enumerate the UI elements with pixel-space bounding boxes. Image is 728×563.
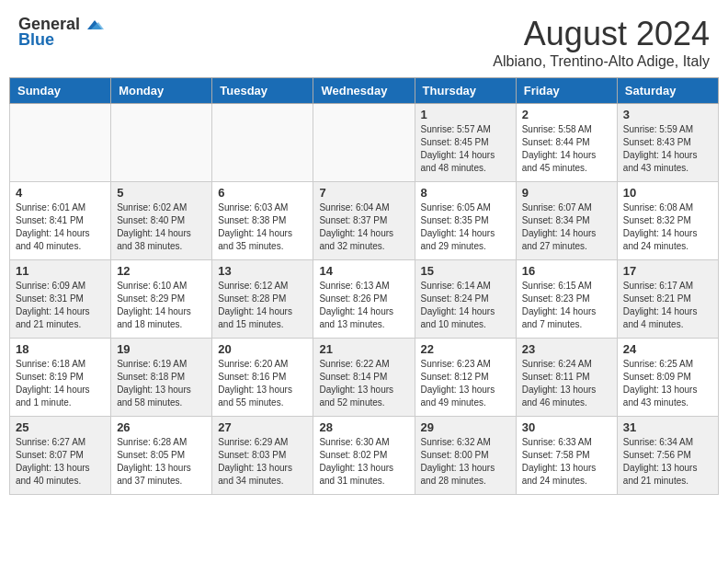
day-number: 25 bbox=[16, 420, 105, 434]
calendar-cell: 19Sunrise: 6:19 AMSunset: 8:18 PMDayligh… bbox=[111, 339, 212, 417]
header-row: SundayMondayTuesdayWednesdayThursdayFrid… bbox=[10, 78, 719, 104]
day-info: Sunrise: 6:07 AMSunset: 8:34 PMDaylight:… bbox=[522, 201, 611, 253]
day-info: Sunrise: 6:34 AMSunset: 7:56 PMDaylight:… bbox=[623, 436, 712, 488]
day-number: 6 bbox=[218, 186, 307, 200]
header-day-tuesday: Tuesday bbox=[212, 78, 313, 104]
calendar-table: SundayMondayTuesdayWednesdayThursdayFrid… bbox=[9, 77, 719, 495]
day-number: 28 bbox=[319, 420, 408, 434]
day-info: Sunrise: 5:59 AMSunset: 8:43 PMDaylight:… bbox=[623, 123, 712, 175]
day-info: Sunrise: 6:17 AMSunset: 8:21 PMDaylight:… bbox=[623, 280, 712, 331]
day-number: 23 bbox=[522, 342, 611, 356]
page-header: General Blue August 2024 Albiano, Trenti… bbox=[0, 0, 728, 77]
header-day-saturday: Saturday bbox=[617, 78, 718, 104]
header-day-monday: Monday bbox=[111, 78, 212, 104]
day-info: Sunrise: 6:01 AMSunset: 8:41 PMDaylight:… bbox=[16, 201, 105, 253]
day-info: Sunrise: 6:29 AMSunset: 8:03 PMDaylight:… bbox=[218, 436, 307, 488]
day-number: 7 bbox=[319, 186, 408, 200]
day-info: Sunrise: 6:10 AMSunset: 8:29 PMDaylight:… bbox=[117, 280, 206, 331]
calendar-cell: 9Sunrise: 6:07 AMSunset: 8:34 PMDaylight… bbox=[516, 182, 617, 260]
day-number: 15 bbox=[421, 264, 510, 278]
calendar-cell: 25Sunrise: 6:27 AMSunset: 8:07 PMDayligh… bbox=[10, 417, 111, 495]
calendar-wrap: SundayMondayTuesdayWednesdayThursdayFrid… bbox=[0, 77, 728, 504]
calendar-cell bbox=[212, 104, 313, 182]
day-number: 2 bbox=[522, 108, 611, 121]
day-number: 12 bbox=[117, 264, 206, 278]
day-number: 3 bbox=[623, 108, 712, 121]
day-info: Sunrise: 6:27 AMSunset: 8:07 PMDaylight:… bbox=[16, 436, 105, 488]
calendar-cell: 8Sunrise: 6:05 AMSunset: 8:35 PMDaylight… bbox=[415, 182, 516, 260]
month-title: August 2024 bbox=[104, 15, 710, 53]
calendar-cell: 10Sunrise: 6:08 AMSunset: 8:32 PMDayligh… bbox=[617, 182, 718, 260]
calendar-cell: 12Sunrise: 6:10 AMSunset: 8:29 PMDayligh… bbox=[111, 260, 212, 339]
day-info: Sunrise: 6:22 AMSunset: 8:14 PMDaylight:… bbox=[319, 358, 408, 409]
calendar-cell: 17Sunrise: 6:17 AMSunset: 8:21 PMDayligh… bbox=[617, 260, 718, 339]
calendar-cell: 1Sunrise: 5:57 AMSunset: 8:45 PMDaylight… bbox=[415, 104, 516, 182]
calendar-cell: 29Sunrise: 6:32 AMSunset: 8:00 PMDayligh… bbox=[415, 417, 516, 495]
day-number: 29 bbox=[421, 420, 510, 434]
day-info: Sunrise: 6:14 AMSunset: 8:24 PMDaylight:… bbox=[421, 280, 510, 331]
day-number: 4 bbox=[16, 186, 105, 200]
day-number: 22 bbox=[421, 342, 510, 356]
calendar-cell: 16Sunrise: 6:15 AMSunset: 8:23 PMDayligh… bbox=[516, 260, 617, 339]
day-info: Sunrise: 6:20 AMSunset: 8:16 PMDaylight:… bbox=[218, 358, 307, 409]
day-number: 1 bbox=[421, 108, 510, 121]
day-info: Sunrise: 6:25 AMSunset: 8:09 PMDaylight:… bbox=[623, 358, 712, 409]
calendar-cell: 30Sunrise: 6:33 AMSunset: 7:58 PMDayligh… bbox=[516, 417, 617, 495]
header-day-thursday: Thursday bbox=[415, 78, 516, 104]
day-info: Sunrise: 6:12 AMSunset: 8:28 PMDaylight:… bbox=[218, 280, 307, 331]
calendar-cell: 31Sunrise: 6:34 AMSunset: 7:56 PMDayligh… bbox=[617, 417, 718, 495]
logo-blue-text: Blue bbox=[18, 30, 54, 50]
day-number: 20 bbox=[218, 342, 307, 356]
calendar-cell: 3Sunrise: 5:59 AMSunset: 8:43 PMDaylight… bbox=[617, 104, 718, 182]
header-day-sunday: Sunday bbox=[10, 78, 111, 104]
calendar-cell: 24Sunrise: 6:25 AMSunset: 8:09 PMDayligh… bbox=[617, 339, 718, 417]
day-number: 16 bbox=[522, 264, 611, 278]
calendar-cell: 20Sunrise: 6:20 AMSunset: 8:16 PMDayligh… bbox=[212, 339, 313, 417]
day-number: 10 bbox=[623, 186, 712, 200]
day-number: 8 bbox=[421, 186, 510, 200]
week-row-4: 25Sunrise: 6:27 AMSunset: 8:07 PMDayligh… bbox=[10, 417, 719, 495]
calendar-cell: 21Sunrise: 6:22 AMSunset: 8:14 PMDayligh… bbox=[313, 339, 415, 417]
calendar-cell: 2Sunrise: 5:58 AMSunset: 8:44 PMDaylight… bbox=[516, 104, 617, 182]
day-info: Sunrise: 6:18 AMSunset: 8:19 PMDaylight:… bbox=[16, 358, 105, 409]
day-number: 26 bbox=[117, 420, 206, 434]
calendar-cell: 7Sunrise: 6:04 AMSunset: 8:37 PMDaylight… bbox=[313, 182, 415, 260]
calendar-cell: 18Sunrise: 6:18 AMSunset: 8:19 PMDayligh… bbox=[10, 339, 111, 417]
day-info: Sunrise: 6:04 AMSunset: 8:37 PMDaylight:… bbox=[319, 201, 408, 253]
day-number: 5 bbox=[117, 186, 206, 200]
calendar-cell bbox=[313, 104, 415, 182]
calendar-cell: 5Sunrise: 6:02 AMSunset: 8:40 PMDaylight… bbox=[111, 182, 212, 260]
day-number: 19 bbox=[117, 342, 206, 356]
day-info: Sunrise: 6:28 AMSunset: 8:05 PMDaylight:… bbox=[117, 436, 206, 488]
calendar-cell: 4Sunrise: 6:01 AMSunset: 8:41 PMDaylight… bbox=[10, 182, 111, 260]
day-info: Sunrise: 6:23 AMSunset: 8:12 PMDaylight:… bbox=[421, 358, 510, 409]
day-number: 17 bbox=[623, 264, 712, 278]
logo-icon bbox=[82, 17, 104, 33]
day-number: 18 bbox=[16, 342, 105, 356]
calendar-cell bbox=[111, 104, 212, 182]
calendar-cell: 13Sunrise: 6:12 AMSunset: 8:28 PMDayligh… bbox=[212, 260, 313, 339]
day-info: Sunrise: 5:57 AMSunset: 8:45 PMDaylight:… bbox=[421, 123, 510, 175]
day-info: Sunrise: 6:13 AMSunset: 8:26 PMDaylight:… bbox=[319, 280, 408, 331]
location-title: Albiano, Trentino-Alto Adige, Italy bbox=[104, 53, 710, 70]
week-row-2: 11Sunrise: 6:09 AMSunset: 8:31 PMDayligh… bbox=[10, 260, 719, 339]
calendar-cell bbox=[10, 104, 111, 182]
day-info: Sunrise: 5:58 AMSunset: 8:44 PMDaylight:… bbox=[522, 123, 611, 175]
day-number: 14 bbox=[319, 264, 408, 278]
week-row-0: 1Sunrise: 5:57 AMSunset: 8:45 PMDaylight… bbox=[10, 104, 719, 182]
calendar-cell: 11Sunrise: 6:09 AMSunset: 8:31 PMDayligh… bbox=[10, 260, 111, 339]
header-day-friday: Friday bbox=[516, 78, 617, 104]
day-info: Sunrise: 6:24 AMSunset: 8:11 PMDaylight:… bbox=[522, 358, 611, 409]
day-number: 21 bbox=[319, 342, 408, 356]
day-number: 30 bbox=[522, 420, 611, 434]
day-number: 27 bbox=[218, 420, 307, 434]
title-area: August 2024 Albiano, Trentino-Alto Adige… bbox=[104, 15, 710, 70]
calendar-cell: 6Sunrise: 6:03 AMSunset: 8:38 PMDaylight… bbox=[212, 182, 313, 260]
calendar-cell: 15Sunrise: 6:14 AMSunset: 8:24 PMDayligh… bbox=[415, 260, 516, 339]
calendar-header: SundayMondayTuesdayWednesdayThursdayFrid… bbox=[10, 78, 719, 104]
day-number: 13 bbox=[218, 264, 307, 278]
header-day-wednesday: Wednesday bbox=[313, 78, 415, 104]
day-number: 9 bbox=[522, 186, 611, 200]
calendar-cell: 27Sunrise: 6:29 AMSunset: 8:03 PMDayligh… bbox=[212, 417, 313, 495]
day-info: Sunrise: 6:19 AMSunset: 8:18 PMDaylight:… bbox=[117, 358, 206, 409]
